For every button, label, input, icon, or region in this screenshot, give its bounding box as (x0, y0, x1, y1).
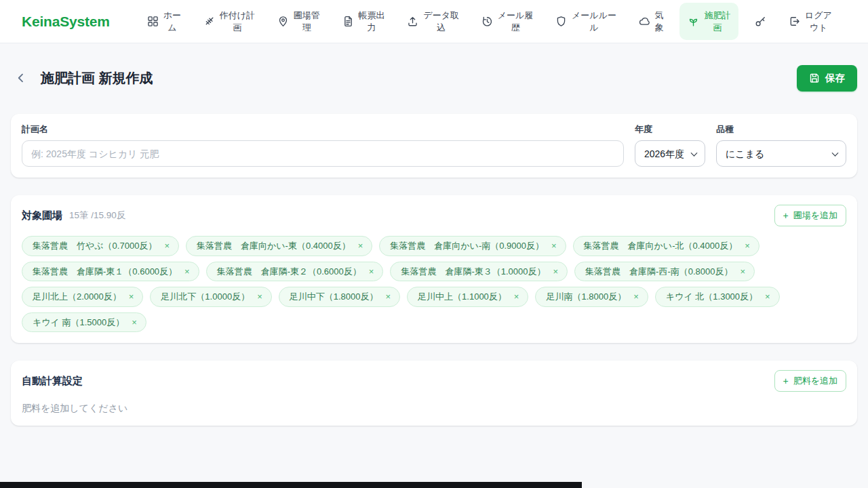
auto-calc-title: 自動計算設定 (22, 375, 83, 388)
remove-field-icon[interactable]: × (358, 241, 363, 250)
plan-name-label: 計画名 (22, 123, 624, 136)
remove-field-icon[interactable]: × (553, 267, 558, 276)
history-clock-icon (481, 16, 493, 27)
plus-icon: + (783, 211, 789, 220)
add-fertilizer-button[interactable]: + 肥料を追加 (774, 370, 847, 392)
year-label: 年度 (635, 123, 705, 136)
field-chip: キウイ 南（1.5000反）× (22, 312, 146, 333)
field-chip-label: 集落営農 倉庫隣-東３（1.0000反） (401, 266, 545, 278)
field-chip: 集落営農 倉庫隣-東２（0.6000反）× (206, 262, 384, 282)
year-select[interactable]: 2026年度 (635, 140, 705, 167)
remove-field-icon[interactable]: × (551, 241, 557, 250)
field-chip: 集落営農 竹やぶ（0.7000反）× (22, 236, 179, 256)
field-chip-list: 集落営農 竹やぶ（0.7000反）× 集落営農 倉庫向かい-東（0.4000反）… (22, 236, 846, 332)
field-chip-label: 集落営農 倉庫向かい-東（0.4000反） (197, 240, 351, 252)
page-title: 施肥計画 新規作成 (41, 69, 153, 87)
brand-logo: KeinaSystem (22, 14, 110, 30)
nav-item-key[interactable] (749, 12, 772, 31)
nav-item-label: 気 象 (655, 9, 664, 33)
nav-item-label: 帳票出 力 (359, 9, 385, 33)
variety-select[interactable]: にこまる (716, 140, 846, 167)
logout-icon (789, 16, 800, 27)
field-chip-label: 足川中上（1.1000反） (418, 291, 507, 303)
field-chip: 集落営農 倉庫隣-東１（0.6000反）× (22, 262, 199, 282)
nav-item-label: ログア ウト (805, 9, 832, 33)
document-icon (342, 16, 354, 27)
add-fertilizer-button-label: 肥料を追加 (793, 375, 837, 387)
remove-field-icon[interactable]: × (765, 292, 770, 301)
nav-item-logout[interactable]: ログア ウト (783, 5, 838, 37)
field-chip-label: 足川中下（1.8000反） (290, 291, 378, 303)
back-button[interactable] (12, 69, 30, 87)
page-header: 施肥計画 新規作成 保存 (11, 64, 857, 92)
field-chip-label: 集落営農 倉庫向かい-北（0.4000反） (584, 240, 738, 252)
sprout-icon (688, 16, 699, 27)
field-chip: 足川中上（1.1000反）× (407, 287, 528, 307)
upload-icon (407, 16, 418, 27)
nav-item-home[interactable]: ホー ム (141, 5, 187, 37)
field-chip-label: 集落営農 倉庫向かい-南（0.9000反） (390, 240, 544, 252)
variety-label: 品種 (716, 123, 846, 136)
nav-item-label: 圃場管 理 (294, 9, 320, 33)
field-chip-label: キウイ 北（1.3000反） (666, 291, 757, 303)
remove-field-icon[interactable]: × (257, 292, 262, 301)
nav-item-fertilization-plan[interactable]: 施肥計 画 (679, 3, 738, 40)
nav-item-report-output[interactable]: 帳票出 力 (336, 5, 391, 37)
nav-item-field-management[interactable]: 圃場管 理 (271, 5, 326, 37)
target-fields-card: 対象圃場 15筆 /15.90反 + 圃場を追加 集落営農 竹やぶ（0.7000… (11, 195, 857, 343)
plus-icon: + (783, 376, 789, 386)
save-button[interactable]: 保存 (797, 65, 857, 92)
nav-item-label: 作付け計 画 (220, 9, 255, 33)
auto-calc-card: 自動計算設定 + 肥料を追加 肥料を追加してください (11, 361, 857, 426)
plan-name-input[interactable] (22, 140, 624, 167)
field-chip-label: 集落営農 倉庫隣-西-南（0.8000反） (585, 266, 732, 278)
remove-field-icon[interactable]: × (385, 292, 391, 301)
remove-field-icon[interactable]: × (745, 241, 750, 250)
map-pin-icon (277, 16, 289, 27)
target-fields-summary: 15筆 /15.90反 (69, 209, 125, 222)
nav-item-mail-rules[interactable]: メールルー ル (549, 5, 623, 37)
nav-item-weather[interactable]: 気 象 (633, 5, 670, 37)
nav-item-label: メールルー ル (572, 9, 616, 33)
field-chip-label: 集落営農 竹やぶ（0.7000反） (33, 240, 157, 252)
remove-field-icon[interactable]: × (633, 292, 639, 301)
field-chip-label: 集落営農 倉庫隣-東１（0.6000反） (33, 266, 177, 278)
plan-form-card: 計画名 年度 2026年度 品種 にこまる (11, 114, 857, 178)
nav-item-data-import[interactable]: データ取 込 (401, 5, 465, 37)
remove-field-icon[interactable]: × (369, 267, 374, 276)
target-fields-title: 対象圃場 (22, 209, 62, 222)
save-icon (809, 73, 820, 83)
remove-field-icon[interactable]: × (184, 267, 190, 276)
save-button-label: 保存 (825, 72, 845, 85)
remove-field-icon[interactable]: × (740, 267, 745, 276)
cloud-icon (639, 16, 650, 27)
nav-item-label: データ取 込 (423, 9, 459, 33)
field-chip: 足川北下（1.0000反）× (150, 287, 271, 307)
fertilizer-empty-text: 肥料を追加してください (22, 403, 846, 415)
remove-field-icon[interactable]: × (129, 292, 134, 301)
bottom-bar (0, 482, 582, 488)
wheat-icon (203, 16, 215, 27)
field-chip-label: キウイ 南（1.5000反） (33, 317, 124, 329)
field-chip: 集落営農 倉庫隣-東３（1.0000反）× (390, 262, 568, 282)
nav-item-mail-history[interactable]: メール履 歴 (475, 5, 540, 37)
field-chip-label: 足川南（1.8000反） (546, 291, 626, 303)
remove-field-icon[interactable]: × (514, 292, 519, 301)
nav-item-planting-plan[interactable]: 作付け計 画 (197, 5, 261, 37)
field-chip: 集落営農 倉庫向かい-南（0.9000反）× (379, 236, 566, 256)
field-chip-label: 足川北下（1.0000反） (161, 291, 250, 303)
field-chip: 集落営農 倉庫向かい-北（0.4000反）× (573, 236, 760, 256)
field-chip-label: 集落営農 倉庫隣-東２（0.6000反） (217, 266, 361, 278)
nav-item-label: ホー ム (163, 9, 181, 33)
add-field-button[interactable]: + 圃場を追加 (774, 205, 847, 226)
main-content: 施肥計画 新規作成 保存 計画名 年度 2026年度 品種 (0, 43, 868, 426)
remove-field-icon[interactable]: × (132, 318, 137, 327)
remove-field-icon[interactable]: × (164, 241, 170, 250)
field-chip: 足川中下（1.8000反）× (279, 287, 400, 307)
field-chip: キウイ 北（1.3000反）× (655, 287, 780, 307)
nav-item-label: 施肥計 画 (704, 9, 730, 33)
grid-icon (147, 16, 159, 27)
key-icon (755, 16, 766, 27)
field-chip: 足川北上（2.0000反）× (22, 287, 143, 307)
top-navbar: KeinaSystem ホー ム 作付け計 画 圃場管 理 帳票出 力 データ取… (0, 0, 868, 43)
